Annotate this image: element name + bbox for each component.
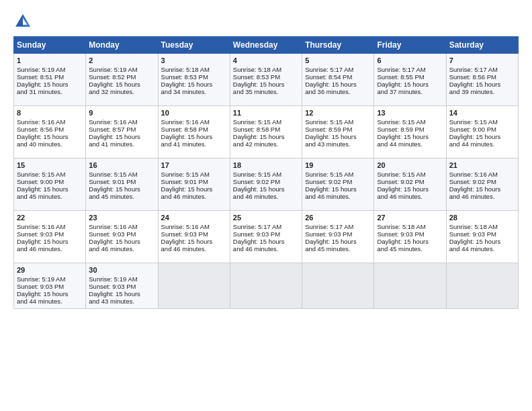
- day-info-line: Sunrise: 5:16 AM: [89, 118, 154, 126]
- day-info-line: Sunrise: 5:19 AM: [17, 275, 83, 283]
- day-number: 8: [17, 109, 83, 117]
- calendar-cell: 25Sunrise: 5:17 AMSunset: 9:03 PMDayligh…: [230, 211, 302, 263]
- day-info-line: Sunset: 9:03 PM: [89, 230, 154, 238]
- day-info-line: Sunrise: 5:15 AM: [305, 171, 371, 178]
- generalblue-logo-icon: [13, 12, 32, 31]
- day-info-line: Daylight: 15 hours: [377, 133, 443, 140]
- header-row: SundayMondayTuesdayWednesdayThursdayFrid…: [14, 37, 519, 54]
- day-number: 22: [17, 214, 83, 222]
- day-info-line: Sunset: 9:02 PM: [233, 178, 299, 185]
- day-info-line: and 34 minutes.: [161, 88, 227, 95]
- calendar-cell: 22Sunrise: 5:16 AMSunset: 9:03 PMDayligh…: [14, 211, 86, 263]
- calendar-cell: 9Sunrise: 5:16 AMSunset: 8:57 PMDaylight…: [86, 106, 158, 158]
- day-info-line: and 46 minutes.: [161, 245, 227, 253]
- day-info-line: Sunrise: 5:19 AM: [89, 275, 154, 283]
- day-info-line: and 46 minutes.: [161, 193, 227, 200]
- day-info-line: Daylight: 15 hours: [17, 290, 83, 298]
- day-number: 1: [17, 56, 83, 64]
- day-info-line: Sunset: 9:03 PM: [161, 230, 227, 238]
- day-info-line: Sunrise: 5:17 AM: [305, 66, 371, 73]
- day-info-line: Sunrise: 5:18 AM: [377, 223, 443, 230]
- day-info-line: Daylight: 15 hours: [161, 238, 227, 245]
- calendar-cell: 4Sunrise: 5:18 AMSunset: 8:53 PMDaylight…: [230, 54, 302, 106]
- day-info-line: Sunset: 9:02 PM: [449, 178, 515, 185]
- calendar-cell: [230, 263, 302, 309]
- calendar-cell: 19Sunrise: 5:15 AMSunset: 9:02 PMDayligh…: [302, 158, 374, 211]
- day-number: 7: [449, 56, 515, 64]
- day-info-line: Daylight: 15 hours: [305, 81, 371, 88]
- day-info-line: and 46 minutes.: [449, 193, 515, 200]
- calendar-cell: 10Sunrise: 5:16 AMSunset: 8:58 PMDayligh…: [158, 106, 230, 158]
- day-info-line: Sunrise: 5:15 AM: [17, 171, 83, 178]
- day-info-line: Daylight: 15 hours: [233, 238, 299, 245]
- calendar-table: SundayMondayTuesdayWednesdayThursdayFrid…: [13, 36, 519, 309]
- day-info-line: and 36 minutes.: [305, 88, 371, 95]
- day-number: 3: [161, 56, 227, 64]
- day-info-line: and 45 minutes.: [305, 245, 371, 253]
- calendar-cell: 2Sunrise: 5:19 AMSunset: 8:52 PMDaylight…: [86, 54, 158, 106]
- day-info-line: Daylight: 15 hours: [17, 185, 83, 193]
- day-info-line: Sunrise: 5:16 AM: [449, 171, 515, 178]
- day-info-line: and 40 minutes.: [17, 140, 83, 148]
- day-info-line: Sunset: 8:51 PM: [17, 73, 83, 81]
- day-info-line: Daylight: 15 hours: [305, 238, 371, 245]
- day-info-line: Daylight: 15 hours: [233, 133, 299, 140]
- day-info-line: Daylight: 15 hours: [449, 238, 515, 245]
- day-info-line: Sunset: 8:53 PM: [161, 73, 227, 81]
- day-info-line: Sunset: 9:03 PM: [17, 230, 83, 238]
- day-info-line: Sunset: 9:03 PM: [233, 230, 299, 238]
- day-number: 25: [233, 214, 299, 222]
- day-info-line: Daylight: 15 hours: [89, 238, 154, 245]
- calendar-cell: 29Sunrise: 5:19 AMSunset: 9:03 PMDayligh…: [14, 263, 86, 309]
- day-number: 30: [89, 266, 154, 274]
- day-info-line: Sunset: 9:03 PM: [377, 230, 443, 238]
- day-info-line: and 41 minutes.: [89, 140, 154, 148]
- day-info-line: and 46 minutes.: [377, 193, 443, 200]
- day-info-line: Sunset: 8:56 PM: [449, 73, 515, 81]
- calendar-cell: [446, 263, 518, 309]
- day-info-line: Sunrise: 5:15 AM: [89, 171, 154, 178]
- day-info-line: Sunrise: 5:16 AM: [89, 223, 154, 230]
- header-tuesday: Tuesday: [158, 37, 230, 54]
- day-info-line: Sunset: 9:03 PM: [449, 230, 515, 238]
- week-row-2: 8Sunrise: 5:16 AMSunset: 8:56 PMDaylight…: [14, 106, 519, 158]
- calendar-container: SundayMondayTuesdayWednesdayThursdayFrid…: [0, 0, 532, 411]
- day-number: 20: [377, 161, 443, 169]
- day-info-line: and 35 minutes.: [233, 88, 299, 95]
- day-number: 6: [377, 56, 443, 64]
- day-number: 10: [161, 109, 227, 117]
- day-info-line: Sunrise: 5:15 AM: [305, 118, 371, 126]
- calendar-cell: 1Sunrise: 5:19 AMSunset: 8:51 PMDaylight…: [14, 54, 86, 106]
- day-info-line: Daylight: 15 hours: [161, 81, 227, 88]
- day-info-line: Sunset: 8:58 PM: [161, 126, 227, 133]
- day-info-line: Sunrise: 5:19 AM: [89, 66, 154, 73]
- day-info-line: and 43 minutes.: [305, 140, 371, 148]
- day-number: 24: [161, 214, 227, 222]
- day-info-line: and 45 minutes.: [89, 193, 154, 200]
- day-info-line: Sunset: 8:54 PM: [305, 73, 371, 81]
- day-number: 16: [89, 161, 154, 169]
- day-info-line: Sunrise: 5:16 AM: [161, 118, 227, 126]
- day-info-line: Sunrise: 5:17 AM: [305, 223, 371, 230]
- day-info-line: Daylight: 15 hours: [161, 185, 227, 193]
- day-info-line: and 39 minutes.: [449, 88, 515, 95]
- header-sunday: Sunday: [14, 37, 86, 54]
- calendar-cell: 23Sunrise: 5:16 AMSunset: 9:03 PMDayligh…: [86, 211, 158, 263]
- day-info-line: Daylight: 15 hours: [17, 133, 83, 140]
- day-info-line: Daylight: 15 hours: [449, 185, 515, 193]
- day-number: 29: [17, 266, 83, 274]
- calendar-cell: 3Sunrise: 5:18 AMSunset: 8:53 PMDaylight…: [158, 54, 230, 106]
- calendar-cell: 27Sunrise: 5:18 AMSunset: 9:03 PMDayligh…: [374, 211, 446, 263]
- day-info-line: Sunrise: 5:15 AM: [233, 118, 299, 126]
- day-number: 28: [449, 214, 515, 222]
- day-number: 2: [89, 56, 154, 64]
- day-info-line: Sunrise: 5:18 AM: [449, 223, 515, 230]
- day-info-line: Sunset: 8:57 PM: [89, 126, 154, 133]
- day-info-line: Daylight: 15 hours: [305, 133, 371, 140]
- day-info-line: and 44 minutes.: [449, 140, 515, 148]
- day-info-line: Sunset: 9:00 PM: [17, 178, 83, 185]
- day-info-line: Sunset: 9:02 PM: [377, 178, 443, 185]
- day-info-line: and 41 minutes.: [161, 140, 227, 148]
- header-monday: Monday: [86, 37, 158, 54]
- day-number: 11: [233, 109, 299, 117]
